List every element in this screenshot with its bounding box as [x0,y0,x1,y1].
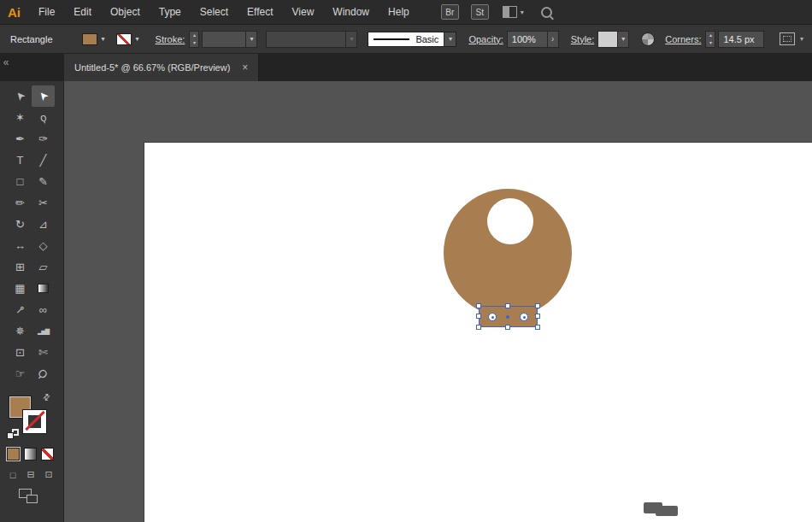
corners-field[interactable]: 14.5 px [718,31,764,48]
free-transform-tool[interactable]: ◇ [32,235,55,256]
artboard-options-icon[interactable] [780,32,795,45]
stroke-weight-stepper[interactable]: ▴ ▾ [189,31,199,48]
opacity-panel-link[interactable]: Opacity: [468,34,503,44]
selection-handle-e[interactable] [535,314,540,319]
chevron-down-icon[interactable]: ▾ [245,32,256,47]
selection-handle-s[interactable] [505,325,510,330]
artwork-circle-hole[interactable] [487,198,533,244]
mesh-tool[interactable]: ▦ [9,278,32,299]
symbol-sprayer-tool[interactable]: ✵ [9,320,32,342]
scissors-tool[interactable]: ✂ [32,192,55,214]
selection-handle-ne[interactable] [535,303,540,308]
live-corner-widget-right[interactable] [520,313,528,321]
menu-effect[interactable]: Effect [238,0,282,25]
corners-panel-link[interactable]: Corners: [665,34,701,44]
draw-behind-button[interactable]: ⊟ [23,467,38,482]
chevron-down-icon[interactable]: ▾ [99,35,108,43]
swap-fill-stroke-icon[interactable]: ⇄ [40,391,52,403]
menu-type[interactable]: Type [150,0,191,25]
draw-inside-button[interactable]: ⊡ [41,467,56,482]
stroke-weight-value[interactable] [203,32,245,47]
style-panel-link[interactable]: Style: [571,34,595,44]
curvature-tool[interactable]: ✑ [32,128,55,150]
none-button[interactable] [41,448,54,460]
gradient-button[interactable] [24,448,37,460]
menu-object[interactable]: Object [101,0,150,25]
stepper-down-icon[interactable]: ▾ [706,39,715,47]
stroke-color-swatch[interactable] [116,33,132,45]
brush-definition-dropdown[interactable]: Basic ▾ [368,32,456,47]
chevron-down-icon[interactable]: ▾ [444,32,456,46]
close-icon[interactable]: × [242,62,248,73]
default-fill-stroke-button[interactable] [7,429,19,439]
pencil-tool[interactable]: ✏ [9,192,32,214]
lasso-tool[interactable]: ϙ [32,107,55,128]
screen-mode-button[interactable] [19,489,38,503]
graphic-style-dropdown[interactable]: ▾ [597,31,629,48]
width-tool[interactable]: ↔ [9,235,32,256]
stock-button[interactable]: St [471,4,489,20]
gradient-tool[interactable] [32,278,55,299]
column-graph-tool[interactable]: ▂▅▇ [32,320,55,342]
stroke-panel-link[interactable]: Stroke: [156,34,185,44]
chevron-down-icon[interactable]: ▾ [617,32,628,47]
scale-tool[interactable]: ⊿ [32,214,55,235]
panel-open-arrow-icon[interactable]: › [547,32,558,47]
artboard-tool[interactable]: ⊡ [9,342,32,363]
hand-tool[interactable]: ☞ [9,363,32,384]
workspace-switcher-icon[interactable] [503,6,517,18]
search-icon[interactable] [541,7,552,18]
line-segment-tool[interactable]: ╱ [32,150,55,171]
opacity-value[interactable]: 100% [508,32,547,47]
selection-handle-sw[interactable] [476,325,481,330]
stroke-indicator-swatch[interactable] [23,410,46,433]
rotate-tool[interactable]: ↻ [9,214,32,235]
selection-handle-nw[interactable] [476,303,481,308]
recolor-artwork-icon[interactable] [641,32,655,46]
bridge-button[interactable]: Br [441,4,459,20]
selection-tool[interactable]: ➤ [9,85,32,107]
opacity-field[interactable]: 100% › [507,31,559,48]
menu-select[interactable]: Select [191,0,238,25]
paintbrush-tool[interactable]: ✎ [32,171,55,192]
selection-center-point[interactable] [506,315,509,319]
type-tool[interactable]: T [9,150,32,171]
menu-help[interactable]: Help [379,0,419,25]
stroke-weight-dropdown[interactable]: ▾ [202,31,257,48]
slice-tool[interactable]: ✄ [32,342,55,363]
selection-handle-n[interactable] [505,303,510,308]
scissors-icon: ✂ [38,196,48,209]
color-button[interactable] [7,448,20,460]
pen-tool[interactable]: ✒ [9,128,32,150]
chevron-down-icon[interactable]: ▾ [133,35,142,43]
menu-file[interactable]: File [29,0,64,25]
corners-value[interactable]: 14.5 px [719,32,763,47]
document-tab[interactable]: Untitled-5* @ 66.67% (RGB/Preview) × [64,54,259,81]
direct-selection-tool[interactable]: ➤ [32,85,55,107]
chevron-down-icon[interactable]: ▾ [521,9,524,16]
selection-handle-se[interactable] [535,325,540,330]
menu-window[interactable]: Window [323,0,379,25]
corners-stepper[interactable]: ▴ ▾ [705,31,715,48]
blend-tool[interactable]: ∞ [32,299,55,320]
menu-view[interactable]: View [283,0,324,25]
shape-builder-tool[interactable]: ⊞ [9,256,32,278]
draw-normal-button[interactable]: □ [5,467,21,482]
selection-handle-w[interactable] [476,314,481,319]
brush-preview[interactable]: Basic [368,32,444,46]
magic-wand-tool[interactable]: ✶ [9,107,32,128]
rectangle-tool[interactable]: □ [9,171,32,192]
stepper-down-icon[interactable]: ▾ [190,39,198,47]
document-tab-title[interactable]: Untitled-5* @ 66.67% (RGB/Preview) [74,62,230,73]
fill-color-swatch[interactable] [82,33,97,45]
graphic-style-swatch[interactable] [598,32,617,47]
zoom-tool[interactable]: Ϙ [32,363,55,384]
live-corner-widget-left[interactable] [488,313,497,321]
stepper-up-icon[interactable]: ▴ [190,32,198,39]
menu-edit[interactable]: Edit [64,0,101,25]
perspective-grid-tool[interactable]: ▱ [32,256,55,278]
chevron-down-icon[interactable]: ▾ [800,35,803,43]
stepper-up-icon[interactable]: ▴ [706,32,715,39]
collapse-panel-button[interactable]: « [0,54,12,81]
eyedropper-tool[interactable]: ⊸ [9,299,32,320]
